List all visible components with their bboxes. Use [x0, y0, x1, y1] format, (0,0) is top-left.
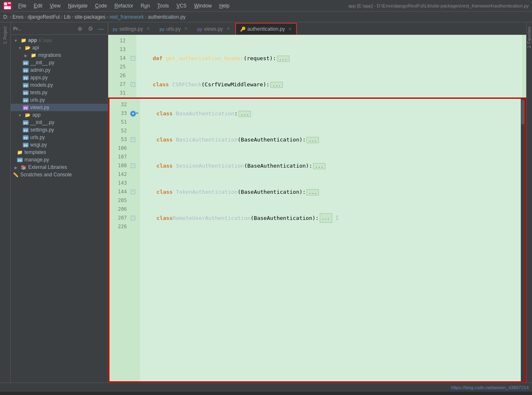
templates-folder-icon: 📁 [17, 149, 23, 156]
menu-code[interactable]: Code [92, 2, 110, 10]
favorites-tab[interactable]: 2: Favorites [526, 24, 532, 51]
sidebar-toolbar: Pr... ⊕ ⚙ — [11, 22, 108, 35]
code-above-box: 12 13 14 25 26 27 31 - - [108, 35, 526, 98]
menu-help[interactable]: Help [216, 2, 233, 10]
code-in-box: 32 33 51 52 53 106 107 108 142 143 144 2… [109, 99, 525, 381]
tree-item-external-libs[interactable]: 📚 External Libraries [11, 163, 108, 171]
urls-close-btn[interactable]: ✕ [184, 26, 188, 32]
tree-item-scratches[interactable]: ✏️ Scratches and Console [11, 171, 108, 178]
tests-py-icon: py [22, 89, 29, 96]
scrollbar-thumb[interactable] [521, 100, 525, 124]
tree-item-init[interactable]: py __init__.py [11, 59, 108, 66]
line-numbers-top: 12 13 14 25 26 27 31 [108, 35, 129, 98]
file-tree: 📁 app E:\app 📂 api 📁 migrations py __ini… [11, 35, 108, 383]
tree-item-models[interactable]: py models.py [11, 81, 108, 89]
scrollbar-box[interactable] [521, 99, 525, 381]
status-url: https://blog.csdn.net/weixin_43897214 [451, 385, 529, 390]
tree-item-views[interactable]: py views.py [11, 104, 108, 111]
wsgi-py-icon: py [22, 141, 29, 148]
tree-item-app-root[interactable]: 📁 app E:\app [11, 37, 108, 44]
tree-item-urls-api[interactable]: py urls.py [11, 96, 108, 104]
tree-item-wsgi[interactable]: py wsgi.py [11, 141, 108, 149]
menu-run[interactable]: Run [137, 2, 153, 10]
code-line-26 [140, 71, 519, 80]
models-py-icon: py [22, 82, 29, 88]
box-line-143 [143, 179, 517, 188]
box-line-51 [143, 118, 517, 127]
tab-authentication[interactable]: 🔑 authentication.py ✕ [235, 23, 297, 34]
arrow-right-icon-migrations [22, 52, 29, 59]
sidebar-add-btn[interactable]: ⊕ [75, 24, 85, 33]
menu-tools[interactable]: Tools [154, 2, 172, 10]
code-line-13 [140, 45, 519, 54]
box-line-108: class SessionAuthentication(BaseAuthenti… [143, 161, 517, 170]
box-line-52 [143, 127, 517, 135]
ext-libs-icon: 📚 [20, 164, 27, 171]
scratches-icon: ✏️ [12, 171, 19, 178]
app-logo [3, 2, 12, 10]
settings-close-btn[interactable]: ✕ [146, 26, 150, 32]
tree-item-admin[interactable]: py admin.py [11, 66, 108, 74]
tree-item-manage[interactable]: py manage.py [11, 156, 108, 163]
tab-views[interactable]: py views.py ✕ [193, 23, 235, 34]
views-close-btn[interactable]: ✕ [226, 26, 230, 32]
arrow-down-icon-app [17, 112, 23, 118]
tree-item-settings[interactable]: py settings.py [11, 126, 108, 134]
project-sidebar: Pr... ⊕ ⚙ — 📁 app E:\app 📂 api [11, 22, 108, 383]
code-line-25 [140, 63, 519, 71]
svg-rect-2 [8, 2, 11, 4]
menu-edit[interactable]: Edit [30, 2, 46, 10]
box-line-53: class BasicAuthentication(BaseAuthentica… [143, 135, 517, 144]
menu-navigate[interactable]: Navigate [65, 2, 91, 10]
settings-tab-icon: py [113, 27, 118, 32]
breadcrumb-d: D: [3, 14, 8, 20]
tab-settings[interactable]: py settings.py ✕ [108, 23, 155, 34]
tree-item-migrations[interactable]: 📁 migrations [11, 51, 108, 59]
editor-area: py settings.py ✕ py urls.py ✕ py views.p… [108, 22, 526, 383]
menu-window[interactable]: Window [191, 2, 215, 10]
admin-py-icon: py [22, 67, 29, 73]
project-tab[interactable]: 1: Project [2, 24, 8, 46]
breadcrumb-bar: D: › Envs › djangoRestFul › Lib › site-p… [0, 12, 532, 22]
tree-item-templates[interactable]: 📁 templates [11, 149, 108, 156]
app-title-bar: app [E:\app] - D:\Envs\djangoRestFul\Lib… [348, 3, 529, 8]
tree-item-apps[interactable]: py apps.py [11, 74, 108, 81]
code-line-31 [140, 89, 519, 98]
breadcrumb-rest-framework: rest_framework [109, 14, 144, 20]
right-panel-strip: 2: Favorites [526, 22, 532, 383]
box-line-106 [143, 144, 517, 153]
views-tab-icon: py [197, 27, 202, 32]
project-folder-icon: 📁 [20, 37, 27, 44]
urls-tab-icon: py [160, 27, 165, 32]
menu-file[interactable]: File [15, 2, 29, 10]
sidebar-settings-btn[interactable]: ⚙ [86, 24, 95, 33]
sidebar-minimize-btn[interactable]: — [96, 24, 105, 33]
tree-item-app-init[interactable]: py __init__.py [11, 119, 108, 126]
settings-py-icon: py [22, 127, 29, 133]
box-line-207: class RemoteUserAuthentication(BaseAuthe… [143, 214, 517, 222]
app-urls-py-icon: py [22, 134, 29, 141]
box-line-32 [143, 100, 517, 109]
app-init-py-icon: py [22, 119, 29, 126]
red-highlight-box: 32 33 51 52 53 106 107 108 142 143 144 2… [108, 98, 526, 383]
tree-item-app-sub[interactable]: 📂 app [11, 111, 108, 119]
auth-close-btn[interactable]: ✕ [288, 27, 292, 32]
auth-tab-icon: 🔑 [240, 27, 246, 32]
box-line-206 [143, 205, 517, 214]
box-line-205 [143, 196, 517, 205]
svg-rect-3 [8, 5, 11, 5]
tab-urls[interactable]: py urls.py ✕ [155, 23, 192, 34]
breadcrumb-file: authentication.py [148, 14, 186, 20]
menu-refactor[interactable]: Refactor [111, 2, 136, 10]
tree-item-api[interactable]: 📂 api [11, 44, 108, 51]
code-line-12 [140, 37, 519, 45]
menu-view[interactable]: View [46, 2, 64, 10]
left-panel-strip: 1: Project [0, 22, 11, 383]
tree-item-tests[interactable]: py tests.py [11, 89, 108, 96]
tree-item-app-urls[interactable]: py urls.py [11, 134, 108, 141]
current-line-dot: ● [130, 111, 136, 117]
menu-vcs[interactable]: VCS [173, 2, 190, 10]
arrow-down-icon-api [17, 44, 23, 51]
breadcrumb-site-packages: site-packages [75, 14, 105, 20]
apps-py-icon: py [22, 74, 29, 81]
